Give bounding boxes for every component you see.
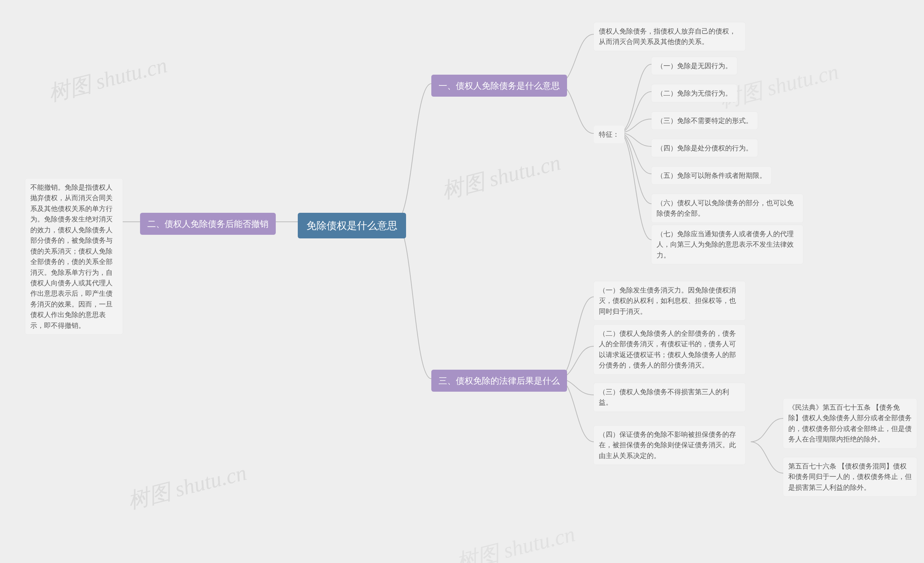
branch-2-text-content: 不能撤销。免除是指债权人抛弃债权，从而消灭合同关系及其他债权关系的单方行为。免除…: [30, 184, 112, 329]
branch-1-features-label-text: 特征：: [599, 130, 620, 138]
consequence-2[interactable]: （二）债权人免除债务人的全部债务的，债务人的全部债务消灭，有债权证书的，债务人可…: [594, 325, 746, 374]
watermark: 树图 shutu.cn: [453, 520, 578, 563]
consequence-4[interactable]: （四）保证债务的免除不影响被担保债务的存在，被担保债务的免除则使保证债务消灭。此…: [594, 425, 746, 464]
watermark: 树图 shutu.cn: [438, 148, 563, 205]
branch-1-features-label[interactable]: 特征：: [594, 126, 624, 143]
root-node[interactable]: 免除债权是什么意思: [298, 213, 406, 238]
branch-3-label: 三、债权免除的法律后果是什么: [438, 376, 560, 386]
consequence-3-text: （三）债权人免除债务不得损害第三人的利益。: [599, 388, 729, 406]
branch-2[interactable]: 二、债权人免除债务后能否撤销: [140, 213, 276, 235]
root-label: 免除债权是什么意思: [306, 220, 398, 231]
feature-2-text: （二）免除为无偿行为。: [657, 90, 732, 97]
branch-1[interactable]: 一、债权人免除债务是什么意思: [431, 75, 567, 97]
feature-5-text: （五）免除可以附条件或者附期限。: [657, 172, 766, 179]
feature-3-text: （三）免除不需要特定的形式。: [657, 117, 753, 124]
branch-2-label: 二、债权人免除债务后能否撤销: [147, 219, 268, 229]
feature-1-text: （一）免除是无因行为。: [657, 62, 732, 70]
feature-7-text: （七）免除应当通知债务人或者债务人的代理人，向第三人为免除的意思表示不发生法律效…: [657, 230, 794, 259]
law-1[interactable]: 《民法典》第五百七十五条 【债务免除】债权人免除债务人部分或者全部债务的，债权债…: [783, 398, 917, 448]
feature-7[interactable]: （七）免除应当通知债务人或者债务人的代理人，向第三人为免除的意思表示不发生法律效…: [651, 225, 803, 264]
feature-6[interactable]: （六）债权人可以免除债务的部分，也可以免除债务的全部。: [651, 194, 803, 223]
consequence-1[interactable]: （一）免除发生债务消灭力。因免除使债权消灭，债权的从权利，如利息权、担保权等，也…: [594, 282, 746, 320]
branch-1-label: 一、债权人免除债务是什么意思: [438, 81, 560, 91]
feature-5[interactable]: （五）免除可以附条件或者附期限。: [651, 167, 771, 184]
consequence-4-text: （四）保证债务的免除不影响被担保债务的存在，被担保债务的免除则使保证债务消灭。此…: [599, 431, 736, 460]
law-2-text: 第五百七十六条 【债权债务混同】债权和债务同归于一人的，债权债务终止，但是损害第…: [788, 463, 912, 491]
feature-6-text: （六）债权人可以免除债务的部分，也可以免除债务的全部。: [657, 199, 794, 217]
consequence-1-text: （一）免除发生债务消灭力。因免除使债权消灭，债权的从权利，如利息权、担保权等，也…: [599, 286, 736, 315]
feature-2[interactable]: （二）免除为无偿行为。: [651, 84, 737, 102]
feature-4-text: （四）免除是处分债权的行为。: [657, 144, 753, 152]
feature-4[interactable]: （四）免除是处分债权的行为。: [651, 139, 758, 157]
watermark: 树图 shutu.cn: [45, 51, 170, 108]
branch-1-definition[interactable]: 债权人免除债务，指债权人放弃自己的债权，从而消灭合同关系及其他债的关系。: [594, 22, 746, 51]
consequence-2-text: （二）债权人免除债务人的全部债务的，债务人的全部债务消灭，有债权证书的，债务人可…: [599, 329, 736, 369]
feature-3[interactable]: （三）免除不需要特定的形式。: [651, 112, 758, 129]
consequence-3[interactable]: （三）债权人免除债务不得损害第三人的利益。: [594, 383, 746, 412]
branch-2-text[interactable]: 不能撤销。免除是指债权人抛弃债权，从而消灭合同关系及其他债权关系的单方行为。免除…: [25, 178, 123, 334]
law-2[interactable]: 第五百七十六条 【债权债务混同】债权和债务同归于一人的，债权债务终止，但是损害第…: [783, 457, 917, 496]
feature-1[interactable]: （一）免除是无因行为。: [651, 57, 737, 75]
branch-1-definition-text: 债权人免除债务，指债权人放弃自己的债权，从而消灭合同关系及其他债的关系。: [599, 27, 736, 45]
branch-3[interactable]: 三、债权免除的法律后果是什么: [431, 370, 567, 392]
law-1-text: 《民法典》第五百七十五条 【债务免除】债权人免除债务人部分或者全部债务的，债权债…: [788, 404, 912, 443]
watermark: 树图 shutu.cn: [124, 458, 249, 516]
